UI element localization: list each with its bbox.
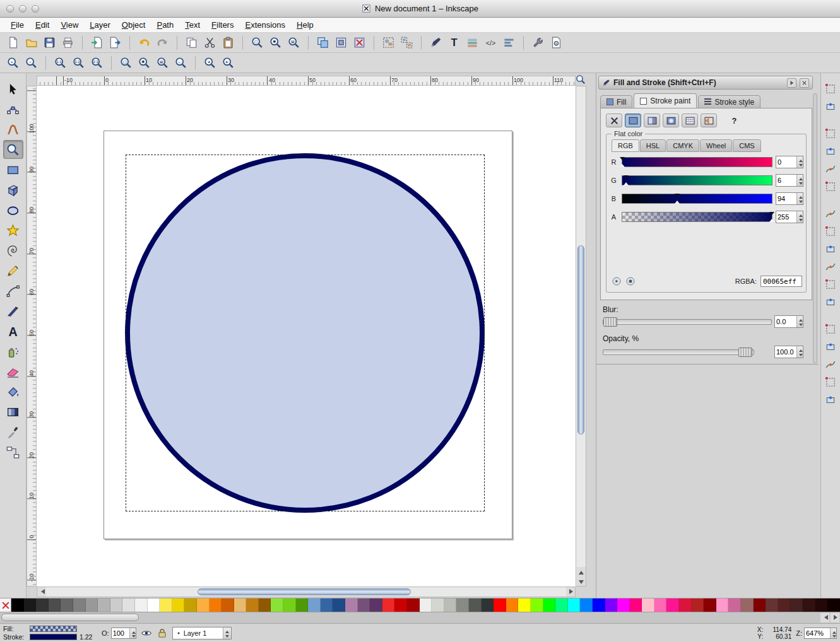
node-tool-button[interactable] [3,100,23,119]
palette-scrollbar[interactable] [0,612,840,623]
cut-button[interactable] [201,35,218,51]
palette-swatch[interactable] [135,598,148,612]
palette-swatch[interactable] [382,598,395,612]
menu-extensions[interactable]: Extensions [239,18,291,32]
blur-slider[interactable] [603,319,772,325]
apply-color-icon[interactable] [612,276,622,286]
palette-swatch[interactable] [555,598,568,612]
palette-swatch[interactable] [321,598,333,612]
menu-help[interactable]: Help [291,18,319,32]
layers-dialog-button[interactable] [464,35,481,51]
green-input[interactable] [776,175,796,186]
star-tool-button[interactable] [3,221,23,240]
dialog-titlebar[interactable]: Fill and Stroke (Shift+Ctrl+F) [598,76,813,90]
spin-up-icon[interactable] [797,156,803,162]
opacity-slider[interactable] [603,349,754,355]
palette-swatch[interactable] [122,598,135,612]
snap-bbox-centers-button[interactable] [822,178,839,194]
palette-swatch[interactable] [283,598,296,612]
spin-down-icon[interactable] [797,217,803,223]
open-document-button[interactable] [23,35,40,51]
red-input[interactable] [776,156,796,168]
tab-stroke-paint[interactable]: Stroke paint [634,93,697,108]
export-bitmap-button[interactable] [107,35,124,51]
palette-swatch[interactable] [49,598,61,612]
menu-text[interactable]: Text [179,18,206,32]
palette-swatch[interactable] [73,598,86,612]
minimize-button[interactable] [19,5,27,13]
snap-enable-button[interactable] [822,81,839,96]
vertical-ruler[interactable]: 1009080706050403020100-10 [27,86,37,587]
paint-mode-no-paint-button[interactable] [606,114,622,127]
blur-input[interactable] [775,316,796,327]
snap-grids-button[interactable] [822,374,839,390]
detach-dialog-button[interactable] [787,78,796,88]
text-dialog-button[interactable]: T [446,35,463,51]
vertical-scrollbar[interactable] [576,86,586,587]
palette-swatch[interactable] [370,598,382,612]
spin-down-icon[interactable] [797,199,803,204]
palette-swatch[interactable] [98,598,110,612]
blue-slider[interactable] [622,194,772,204]
color-tab-wheel[interactable]: Wheel [700,139,732,152]
zoom-to-drawing-button[interactable]: ✱ [267,35,284,51]
create-clone-button[interactable] [333,35,350,51]
rectangle-tool-button[interactable] [3,160,23,179]
spin-up-icon[interactable] [797,211,803,217]
palette-swatch[interactable] [333,598,345,612]
zoom-page-width-button[interactable]: ↔ [172,55,189,71]
paint-mode-pattern-button[interactable] [682,114,698,127]
spin-up-icon[interactable] [797,175,803,180]
print-document-button[interactable] [59,35,76,51]
menu-file[interactable]: File [5,18,30,32]
snap-guides-button[interactable] [822,392,839,407]
zoom-button[interactable] [32,5,39,13]
snap-cusp-nodes-button[interactable] [822,259,839,274]
object-opacity-spinner[interactable] [129,628,136,638]
palette-scroll-right-button[interactable] [831,613,839,622]
zoom-corner-button[interactable] [576,74,587,86]
paint-bucket-tool-button[interactable] [3,382,23,401]
selector-tool-button[interactable] [3,79,23,98]
palette-swatch[interactable] [420,598,432,612]
import-button[interactable] [88,35,105,51]
opacity-spinner[interactable] [796,346,803,358]
palette-swatch[interactable] [728,598,741,612]
palette-swatch[interactable] [654,598,667,612]
alpha-slider[interactable] [622,212,772,222]
connector-tool-button[interactable] [3,443,23,462]
spray-tool-button[interactable] [3,342,23,361]
tweak-tool-button[interactable] [3,120,23,139]
menu-object[interactable]: Object [116,18,151,32]
palette-swatch[interactable] [358,598,370,612]
snap-bounding-box-button[interactable] [822,98,839,114]
tab-fill[interactable]: Fill [600,95,632,108]
rgba-input[interactable] [760,276,802,287]
palette-swatch[interactable] [345,598,358,612]
palette-swatch[interactable] [308,598,321,612]
palette-swatch[interactable] [827,598,840,612]
palette-swatch[interactable] [642,598,654,612]
horizontal-scrollbar[interactable] [37,587,576,597]
zoom-spinner[interactable] [830,628,836,638]
layer-selector[interactable]: Layer 1 [172,627,232,639]
palette-swatch[interactable] [704,598,716,612]
snap-bbox-edges-button[interactable] [822,125,839,141]
palette-scroll-left-button[interactable] [820,613,829,622]
blur-handle[interactable] [603,317,617,327]
zoom-to-selection-button[interactable]: ▢ [249,35,266,51]
calligraphy-tool-button[interactable] [3,301,23,320]
paint-mode-flat-color-button[interactable] [625,114,641,127]
palette-swatch[interactable] [210,598,222,612]
spin-up-icon[interactable] [797,346,803,352]
palette-swatch[interactable] [617,598,630,612]
palette-swatch[interactable] [593,598,605,612]
palette-swatch[interactable] [692,598,704,612]
palette-swatch[interactable] [222,598,234,612]
snap-rotation-centers-button[interactable] [822,339,839,354]
palette-swatch[interactable] [407,598,420,612]
copy-button[interactable] [183,35,200,51]
unlink-clone-button[interactable] [351,35,368,51]
palette-swatch[interactable] [36,598,49,612]
palette-swatch[interactable] [716,598,729,612]
